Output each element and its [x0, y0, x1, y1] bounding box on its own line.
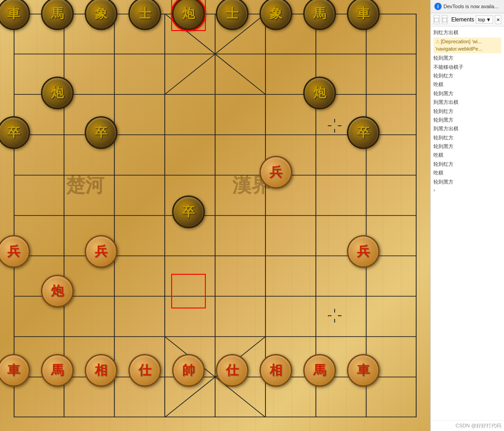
- chess-board[interactable]: 楚河 漢界 車馬象士炮士象馬車炮炮卒卒卒卒兵兵兵兵炮車馬相仕帥仕相馬車: [0, 0, 430, 431]
- console-line: 到黑方出棋: [433, 98, 501, 107]
- piece-r-xiang2[interactable]: 相: [260, 354, 292, 387]
- console-line: 轮到黑方: [433, 54, 501, 62]
- devtools-toolbar[interactable]: ⬚ ⬚ Elements top ▼ ✕: [431, 13, 504, 26]
- devtools-header: i DevTools is now availa...: [431, 0, 504, 13]
- top-dropdown[interactable]: top ▼: [476, 15, 493, 24]
- piece-r-ma1[interactable]: 馬: [41, 354, 74, 387]
- console-line: 轮到红方: [433, 72, 501, 80]
- piece-r-bing3[interactable]: 兵: [85, 235, 117, 268]
- piece-r-pao1[interactable]: 炮: [41, 275, 74, 308]
- console-line: 轮到红方: [433, 133, 501, 142]
- devtools-btn-device[interactable]: ⬚: [442, 15, 448, 24]
- piece-b-zu2[interactable]: 卒: [85, 116, 117, 149]
- piece-r-ma2[interactable]: 馬: [303, 354, 336, 387]
- top-label: top: [478, 17, 485, 22]
- console-line: 轮到红方: [433, 160, 501, 169]
- devtools-btn-close[interactable]: ✕: [495, 15, 501, 24]
- devtools-console[interactable]: 到红方出棋⚠[Deprecation] 'wi... 'navigator.we…: [431, 26, 504, 420]
- info-icon: i: [434, 3, 442, 10]
- console-line: 轮到黑方: [433, 116, 501, 124]
- piece-r-xiang1[interactable]: 相: [85, 354, 117, 387]
- dropdown-arrow: ▼: [486, 17, 491, 22]
- console-line: 轮到黑方: [433, 142, 501, 151]
- piece-r-bing1[interactable]: 兵: [260, 156, 292, 189]
- board-grid: 楚河 漢界 車馬象士炮士象馬車炮炮卒卒卒卒兵兵兵兵炮車馬相仕帥仕相馬車: [14, 14, 417, 417]
- piece-r-che2[interactable]: 車: [347, 354, 380, 387]
- console-expand-arrow[interactable]: ›: [433, 186, 501, 194]
- piece-r-shi2[interactable]: 仕: [216, 354, 249, 387]
- console-line: 吃棋: [433, 80, 501, 89]
- elements-tab-label: Elements: [449, 16, 474, 23]
- piece-b-zu3[interactable]: 卒: [347, 116, 380, 149]
- console-line: 轮到红方: [433, 107, 501, 116]
- console-line: ⚠[Deprecation] 'wi... 'navigator.webkitP…: [433, 37, 501, 53]
- console-line: 到黑方出棋: [433, 124, 501, 133]
- piece-r-jiang[interactable]: 帥: [172, 354, 205, 387]
- console-line: 吃棋: [433, 169, 501, 177]
- piece-b-pao2[interactable]: 炮: [303, 77, 336, 109]
- devtools-header-text: DevTools is now availa...: [443, 4, 498, 9]
- console-line: 到红方出棋: [433, 28, 501, 37]
- console-line: 不能移动棋子: [433, 63, 501, 72]
- piece-b-pao1[interactable]: 炮: [41, 77, 74, 109]
- piece-r-bing4[interactable]: 兵: [347, 235, 380, 268]
- console-line: 吃棋: [433, 151, 501, 159]
- csdn-watermark: CSDN @好好打代码: [431, 420, 504, 431]
- console-line: 轮到黑方: [433, 89, 501, 98]
- piece-r-shi1[interactable]: 仕: [128, 354, 161, 387]
- console-line: 轮到黑方: [433, 178, 501, 186]
- piece-b-zu4[interactable]: 卒: [172, 195, 205, 228]
- devtools-btn-inspect[interactable]: ⬚: [433, 15, 440, 24]
- devtools-panel: i DevTools is now availa... ⬚ ⬚ Elements…: [430, 0, 504, 431]
